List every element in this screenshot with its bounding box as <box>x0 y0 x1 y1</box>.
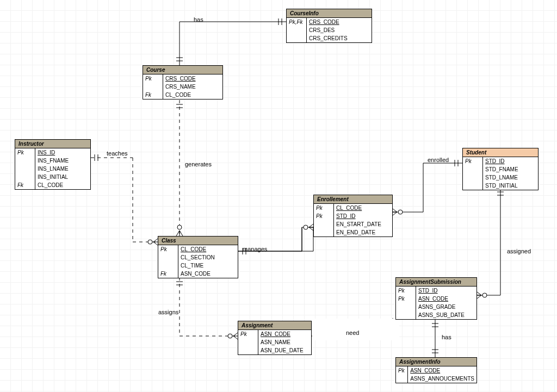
label-need: need <box>346 329 359 336</box>
attr-key <box>15 157 35 165</box>
attr-key <box>396 311 416 319</box>
attr-key: Pk <box>396 295 416 303</box>
entity-course[interactable]: Course PkCRS_CODECRS_NAMEFkCL_CODE <box>143 65 223 99</box>
svg-line-37 <box>233 333 238 336</box>
svg-line-18 <box>153 239 158 242</box>
attr-key: Pk <box>238 330 258 338</box>
label-has-courseinfo: has <box>194 16 203 23</box>
attr-name: STD_ID <box>483 157 539 165</box>
attr-name: ASNS_ANNOUCEMENTS <box>408 375 476 383</box>
label-manages: manages <box>243 246 267 252</box>
attr-name: CRS_NAME <box>163 83 223 91</box>
entity-attrs: PkINS_IDINS_FNAMEINS_LNAMEINS_INITIALFkC… <box>15 148 90 189</box>
attr-key <box>158 262 178 270</box>
label-enrolled: enrolled <box>428 157 449 163</box>
attr-name: ASNS_GRADE <box>416 303 477 311</box>
entity-enrollement[interactable]: Enrollement PkCL_CODEPkSTD_IDEN_START_DA… <box>313 195 393 237</box>
entity-student[interactable]: Student PkSTD_IDSTD_FNAMESTD_LNAMESTD_IN… <box>462 148 539 190</box>
attr-name: CL_CODE <box>334 204 393 212</box>
attr-name: CRS_CODE <box>307 18 372 26</box>
attr-name: CL_SECTION <box>178 253 238 262</box>
attr-key <box>314 228 334 237</box>
entity-title: Enrollement <box>314 195 392 204</box>
er-diagram-canvas: CourseInfo Pk,FkCRS_CODECRS_DESCRS_CREDI… <box>0 0 557 392</box>
attr-name: CL_CODE <box>163 91 223 99</box>
attr-name: CL_CODE <box>178 245 238 253</box>
attr-name: STD_ID <box>334 212 393 220</box>
label-assigned: assigned <box>507 248 531 254</box>
attr-name: EN_END_DATE <box>334 228 393 237</box>
svg-line-54 <box>393 212 397 215</box>
attr-key <box>396 303 416 311</box>
attr-key: Pk,Fk <box>287 18 307 26</box>
attr-name: ASN_CODE <box>416 295 477 303</box>
entity-title: Instructor <box>15 140 90 148</box>
entity-assignment[interactable]: Assignment PkASN_CODEASN_NAMEASN_DUE_DAT… <box>238 321 312 355</box>
attr-name: STD_FNAME <box>483 165 539 173</box>
attr-name: INS_INITIAL <box>35 173 91 181</box>
attr-key <box>287 34 307 42</box>
attr-key: Pk <box>314 212 334 220</box>
attr-key <box>463 182 483 190</box>
attr-key <box>396 375 408 383</box>
entity-title: CourseInfo <box>287 9 372 18</box>
entity-class[interactable]: Class PkCL_CODECL_SECTIONCL_TIMEFkASN_CO… <box>158 236 238 278</box>
entity-attrs: PkCL_CODECL_SECTIONCL_TIMEFkASN_CODE <box>158 245 238 278</box>
attr-name: INS_FNAME <box>35 157 91 165</box>
svg-point-17 <box>148 240 152 244</box>
entity-attrs: PkCRS_CODECRS_NAMEFkCL_CODE <box>143 74 222 99</box>
attr-key: Pk <box>463 157 483 165</box>
attr-key <box>143 83 163 91</box>
svg-line-10 <box>180 231 183 236</box>
entity-assignment-submission[interactable]: AssignmentSubmission PkSTD_IDPkASN_CODEA… <box>395 277 477 320</box>
svg-point-58 <box>482 293 487 297</box>
attr-key: Fk <box>143 91 163 99</box>
entity-courseinfo[interactable]: CourseInfo Pk,FkCRS_CODECRS_DESCRS_CREDI… <box>286 9 372 43</box>
attr-key: Fk <box>15 181 35 189</box>
attr-name: INS_LNAME <box>35 165 91 173</box>
entity-title: Assignment <box>238 321 311 330</box>
attr-name: STD_LNAME <box>483 173 539 182</box>
attr-key: Fk <box>158 270 178 278</box>
entity-title: AssignmentInfo <box>396 358 476 366</box>
attr-name: CL_CODE <box>35 181 91 189</box>
label-has-asninfo: has <box>442 334 451 340</box>
svg-line-19 <box>153 242 158 245</box>
attr-key <box>238 346 258 354</box>
entity-title: Course <box>143 66 222 74</box>
entity-title: Student <box>463 148 538 157</box>
svg-line-59 <box>477 292 481 295</box>
svg-point-28 <box>304 225 308 229</box>
attr-name: CRS_CODE <box>163 74 223 83</box>
entity-instructor[interactable]: Instructor PkINS_IDINS_FNAMEINS_LNAMEINS… <box>15 139 91 190</box>
label-generates: generates <box>185 161 212 167</box>
attr-name: ASNS_SUB_DATE <box>416 311 477 319</box>
attr-key <box>463 173 483 182</box>
attr-key <box>287 26 307 34</box>
attr-name: CRS_DES <box>307 26 372 34</box>
entity-attrs: PkASN_CODEASN_NAMEASN_DUE_DATE <box>238 330 311 354</box>
attr-name: ASN_CODE <box>408 366 476 375</box>
entity-attrs: PkASN_CODEASNS_ANNOUCEMENTS <box>396 366 476 383</box>
attr-key: Pk <box>396 287 416 295</box>
attr-name: ASN_DUE_DATE <box>258 346 312 354</box>
attr-name: CRS_CREDITS <box>307 34 372 42</box>
svg-line-30 <box>309 227 313 231</box>
entity-title: AssignmentSubmission <box>396 278 476 287</box>
svg-line-53 <box>393 209 397 212</box>
svg-point-8 <box>177 225 182 229</box>
attr-key: Pk <box>143 74 163 83</box>
attr-name: ASN_CODE <box>178 270 238 278</box>
attr-key <box>15 173 35 181</box>
attr-name: ASN_CODE <box>258 330 312 338</box>
entity-attrs: Pk,FkCRS_CODECRS_DESCRS_CREDITS <box>287 18 372 42</box>
entity-assignment-info[interactable]: AssignmentInfo PkASN_CODEASNS_ANNOUCEMEN… <box>395 357 477 383</box>
attr-key: Pk <box>396 366 408 375</box>
attr-key: Pk <box>158 245 178 253</box>
attr-key: Pk <box>15 148 35 157</box>
attr-key <box>158 253 178 262</box>
svg-line-9 <box>176 231 180 236</box>
svg-point-36 <box>228 334 232 338</box>
attr-name: ASN_NAME <box>258 338 312 346</box>
attr-key <box>463 165 483 173</box>
